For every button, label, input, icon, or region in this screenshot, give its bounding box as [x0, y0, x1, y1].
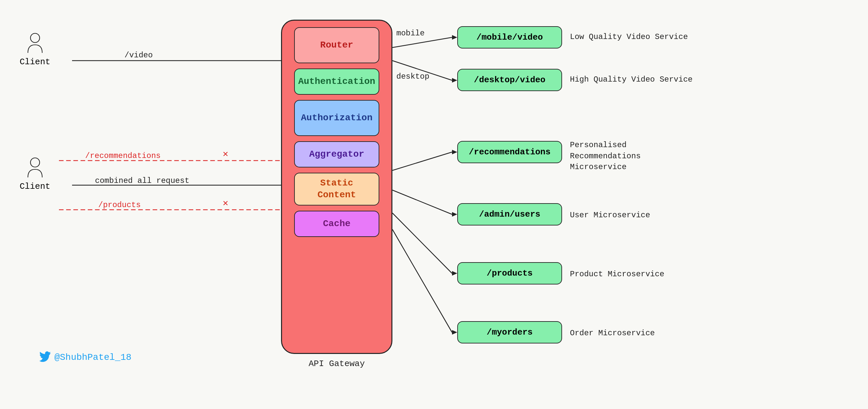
twitter-handle-text: @ShubhPatel_18 — [54, 352, 131, 362]
svg-line-12 — [393, 213, 452, 273]
svg-marker-11 — [452, 212, 457, 216]
service-admin-users: /admin/users — [457, 203, 562, 226]
module-aggregator: Aggregator — [294, 141, 379, 168]
svg-line-8 — [393, 152, 452, 170]
service-desktop-video: /desktop/video — [457, 69, 562, 91]
service-mobile-video-desc: Low Quality Video Service — [570, 31, 688, 42]
gateway-label: API Gateway — [309, 359, 365, 369]
combined-label: combined all request — [95, 176, 189, 185]
service-mobile-video: /mobile/video — [457, 26, 562, 49]
service-myorders-desc: Order Microservice — [570, 328, 655, 339]
service-products-desc: Product Microservice — [570, 269, 664, 280]
svg-marker-3 — [452, 35, 457, 40]
svg-line-2 — [393, 37, 452, 48]
client2-icon — [25, 157, 45, 180]
svg-text:✕: ✕ — [223, 198, 228, 208]
svg-marker-5 — [452, 78, 457, 83]
module-router: Router — [294, 27, 379, 63]
svg-point-23 — [30, 158, 40, 167]
svg-marker-9 — [452, 150, 457, 154]
client2-label: Client — [20, 181, 51, 192]
module-authorization: Authorization — [294, 100, 379, 136]
service-recommendations-desc: Personalised Recommendations Microservic… — [570, 140, 641, 173]
denied-recommendations-label: /recommendations — [85, 151, 160, 160]
diagram-container: ✕ ✕ Client Client /video mobile desktop … — [0, 0, 868, 409]
service-myorders: /myorders — [457, 321, 562, 344]
svg-marker-13 — [452, 271, 457, 275]
svg-marker-15 — [452, 330, 457, 334]
client1-label: Client — [20, 57, 51, 67]
service-admin-users-desc: User Microservice — [570, 210, 650, 221]
client1: Client — [20, 33, 51, 67]
desktop-label: desktop — [396, 72, 429, 81]
client1-icon — [25, 33, 45, 56]
svg-text:✕: ✕ — [223, 149, 228, 159]
module-authentication: Authentication — [294, 68, 379, 95]
twitter-handle: @ShubhPatel_18 — [39, 351, 131, 363]
denied-products-label: /products — [98, 201, 141, 209]
svg-line-10 — [393, 190, 452, 214]
svg-line-14 — [393, 229, 452, 332]
svg-point-22 — [30, 33, 40, 42]
api-gateway: Router Authentication Authorization Aggr… — [281, 20, 393, 354]
video-label: /video — [124, 51, 153, 60]
mobile-label: mobile — [396, 29, 425, 38]
service-products: /products — [457, 262, 562, 285]
service-recommendations: /recommendations — [457, 141, 562, 163]
service-desktop-video-desc: High Quality Video Service — [570, 74, 692, 85]
twitter-icon — [39, 351, 51, 363]
module-static-content: Static Content — [294, 173, 379, 205]
client2: Client — [20, 157, 51, 192]
module-cache: Cache — [294, 211, 379, 237]
